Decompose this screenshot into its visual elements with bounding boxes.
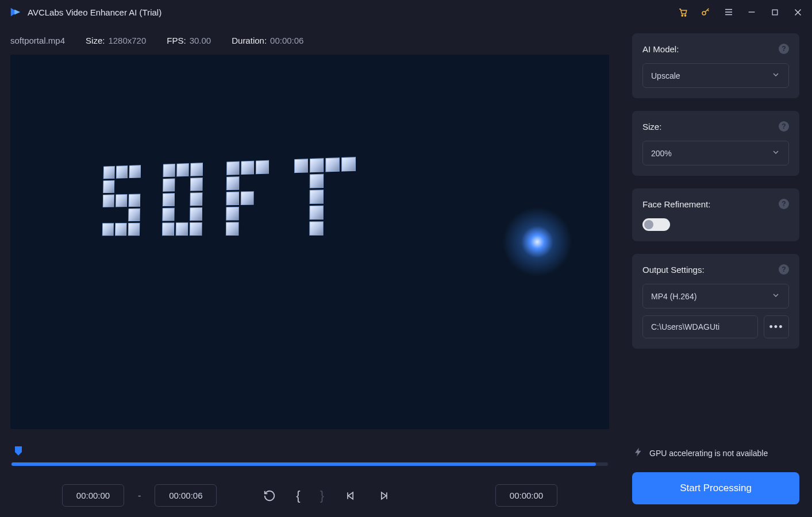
chevron-down-icon	[771, 148, 780, 159]
left-panel: softportal.mp4 Size:1280x720 FPS:30.00 D…	[0, 24, 619, 517]
help-icon[interactable]: ?	[779, 44, 789, 54]
size-card: Size: ? 200%	[632, 111, 799, 176]
chevron-down-icon	[771, 291, 780, 302]
output-path-box[interactable]: C:\Users\WDAGUti	[642, 315, 758, 338]
time-dash: -	[136, 491, 143, 501]
svg-point-1	[684, 15, 686, 16]
start-processing-button[interactable]: Start Processing	[632, 472, 799, 504]
prev-frame-icon[interactable]	[344, 489, 357, 503]
output-settings-label: Output Settings:	[642, 265, 705, 275]
playback-controls: { }	[263, 488, 391, 503]
right-panel: AI Model: ? Upscale Size: ? 200% Face Re…	[619, 24, 812, 517]
next-frame-icon[interactable]	[377, 489, 391, 503]
titlebar-left: AVCLabs Video Enhancer AI (Trial)	[9, 6, 161, 18]
titlebar-right	[678, 7, 803, 17]
face-refinement-label: Face Refinement:	[642, 199, 710, 209]
output-format-value: MP4 (H.264)	[651, 292, 696, 301]
ai-model-value: Upscale	[651, 71, 680, 80]
maximize-icon[interactable]	[769, 7, 780, 17]
video-preview[interactable]	[10, 55, 609, 429]
timeline-track[interactable]	[10, 446, 609, 469]
close-icon[interactable]	[792, 7, 803, 17]
app-logo-icon	[9, 6, 22, 18]
size-dropdown[interactable]: 200%	[642, 141, 789, 165]
svg-point-2	[702, 11, 706, 15]
controls-row: 00:00:00 - 00:00:06 { } 00:00:0	[10, 469, 609, 507]
trim-end-time[interactable]: 00:00:06	[155, 484, 217, 507]
help-icon[interactable]: ?	[779, 199, 789, 209]
progress-bar[interactable]	[11, 462, 608, 466]
ai-model-dropdown[interactable]: Upscale	[642, 63, 789, 88]
ai-model-card: AI Model: ? Upscale	[632, 33, 799, 98]
help-icon[interactable]: ?	[779, 264, 789, 275]
output-format-dropdown[interactable]: MP4 (H.264)	[642, 284, 789, 308]
menu-icon[interactable]	[724, 7, 734, 17]
main-area: softportal.mp4 Size:1280x720 FPS:30.00 D…	[0, 24, 812, 517]
size-label: Size:	[642, 122, 661, 132]
file-name: softportal.mp4	[10, 36, 65, 45]
current-time[interactable]: 00:00:00	[495, 484, 557, 507]
playhead-icon[interactable]	[14, 446, 23, 456]
replay-icon[interactable]	[263, 489, 276, 503]
help-icon[interactable]: ?	[779, 121, 789, 132]
gpu-status-text: GPU accelerating is not available	[649, 449, 768, 458]
cart-icon[interactable]	[678, 7, 688, 17]
trim-out-button[interactable]: }	[320, 488, 324, 503]
file-size: Size:1280x720	[86, 36, 146, 45]
app-title: AVCLabs Video Enhancer AI (Trial)	[28, 7, 161, 17]
file-fps: FPS:30.00	[167, 36, 211, 45]
key-icon[interactable]	[701, 7, 711, 17]
chevron-down-icon	[771, 70, 780, 81]
file-info-bar: softportal.mp4 Size:1280x720 FPS:30.00 D…	[10, 31, 609, 55]
size-value: 200%	[651, 149, 672, 158]
minimize-icon[interactable]	[746, 7, 757, 17]
output-settings-card: Output Settings: ? MP4 (H.264) C:\Users\…	[632, 254, 799, 349]
svg-rect-7	[772, 10, 778, 15]
svg-point-0	[682, 15, 683, 16]
lightning-icon	[633, 447, 644, 460]
file-duration: Duration:00:00:06	[232, 36, 303, 45]
trim-in-button[interactable]: {	[296, 488, 300, 503]
progress-fill	[11, 462, 596, 466]
trim-start-time[interactable]: 00:00:00	[62, 484, 124, 507]
face-refinement-card: Face Refinement: ?	[632, 188, 799, 241]
ai-model-label: AI Model:	[642, 44, 679, 54]
timeline-area: 00:00:00 - 00:00:06 { } 00:00:0	[10, 429, 609, 507]
preview-content	[101, 152, 465, 325]
gpu-status-row: GPU accelerating is not available	[632, 445, 799, 460]
browse-path-button[interactable]: •••	[764, 315, 789, 338]
face-refinement-toggle[interactable]	[642, 218, 670, 231]
titlebar: AVCLabs Video Enhancer AI (Trial)	[0, 0, 812, 24]
